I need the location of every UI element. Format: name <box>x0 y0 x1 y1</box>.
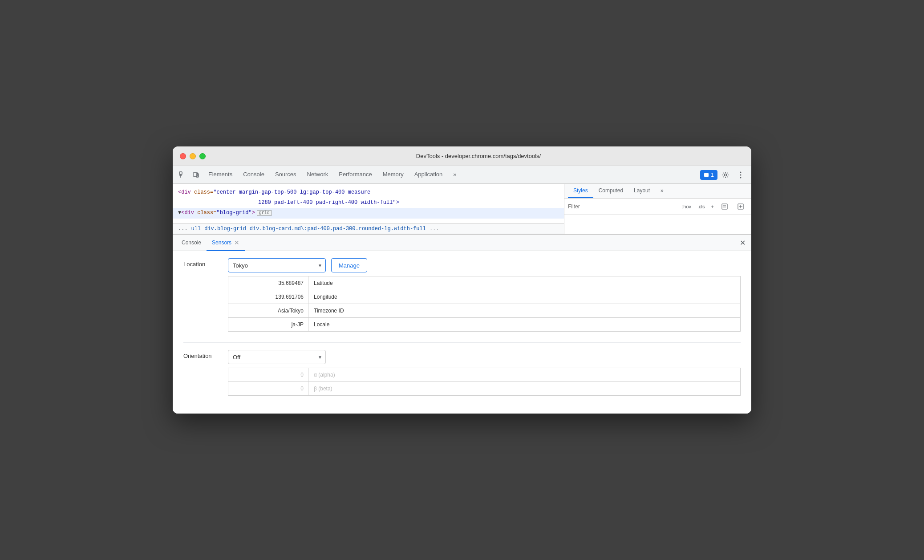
html-line: 1280 pad-left-400 pad-right-400 width-fu… <box>173 198 564 208</box>
close-button[interactable] <box>180 153 186 159</box>
tab-styles[interactable]: Styles <box>568 184 593 198</box>
devtools-window: DevTools - developer.chrome.com/tags/dev… <box>173 146 751 414</box>
tab-elements[interactable]: Elements <box>203 166 238 184</box>
tab-application[interactable]: Application <box>409 166 448 184</box>
notification-button[interactable]: 1 <box>700 170 717 180</box>
svg-point-6 <box>725 174 727 176</box>
location-row: Location Tokyo Berlin Custom location... <box>183 258 741 332</box>
orientation-control: Off Portrait Primary Landscape Primary ▼… <box>228 350 741 396</box>
latitude-label: Latitude <box>308 276 740 290</box>
locale-row: Locale <box>228 317 741 332</box>
svg-point-9 <box>740 177 742 178</box>
tab-styles-more[interactable]: » <box>655 184 669 198</box>
latitude-row: Latitude <box>228 276 741 290</box>
tab-performance[interactable]: Performance <box>333 166 377 184</box>
longitude-input[interactable] <box>228 290 308 304</box>
sensors-content: Location Tokyo Berlin Custom location... <box>173 251 751 414</box>
orientation-label: Orientation <box>183 350 228 359</box>
beta-input[interactable] <box>228 382 308 395</box>
orientation-select[interactable]: Off Portrait Primary Landscape Primary <box>228 350 326 364</box>
longitude-label: Longitude <box>308 290 740 304</box>
drawer-tab-sensors[interactable]: Sensors ✕ <box>207 235 245 251</box>
beta-row: β (beta) <box>228 381 741 396</box>
inspect-element-icon[interactable] <box>176 169 189 181</box>
section-divider <box>183 342 741 343</box>
svg-point-8 <box>740 174 742 175</box>
svg-rect-3 <box>193 173 198 176</box>
elements-panel: <div class="center margin-gap-top-500 lg… <box>173 184 564 234</box>
beta-label: β (beta) <box>308 382 740 395</box>
hov-filter-btn[interactable]: :hov <box>680 203 693 210</box>
devtools-tab-bar: Elements Console Sources Network Perform… <box>173 166 751 184</box>
html-line: <div class="center margin-gap-top-500 lg… <box>173 187 564 198</box>
window-title: DevTools - developer.chrome.com/tags/dev… <box>213 153 744 159</box>
settings-icon[interactable] <box>719 169 732 181</box>
breadcrumb-link[interactable]: div.blog-grid <box>204 226 246 232</box>
orientation-section: Orientation Off Portrait Primary Landsca… <box>183 350 741 396</box>
minimize-button[interactable] <box>190 153 196 159</box>
close-sensors-tab-icon[interactable]: ✕ <box>234 239 239 246</box>
alpha-label: α (alpha) <box>308 368 740 381</box>
cls-filter-btn[interactable]: .cls <box>696 203 707 210</box>
tab-memory[interactable]: Memory <box>377 166 409 184</box>
locale-input[interactable] <box>228 318 308 331</box>
devtools-right-icons: 1 <box>700 169 748 181</box>
orientation-select-wrapper: Off Portrait Primary Landscape Primary ▼ <box>228 350 326 364</box>
new-style-rule-icon[interactable] <box>718 200 731 213</box>
breadcrumb: ... ull div.blog-grid div.blog-card.md\:… <box>173 224 564 234</box>
location-select[interactable]: Tokyo Berlin Custom location... <box>228 258 326 272</box>
traffic-lights <box>180 153 206 159</box>
location-control: Tokyo Berlin Custom location... ▼ Manage <box>228 258 741 332</box>
more-options-icon[interactable] <box>734 169 747 181</box>
svg-rect-10 <box>722 204 727 209</box>
timezone-row: Timezone ID <box>228 304 741 317</box>
locale-label: Locale <box>308 318 740 331</box>
timezone-label: Timezone ID <box>308 304 740 317</box>
location-select-wrapper: Tokyo Berlin Custom location... ▼ <box>228 258 326 272</box>
styles-filter-bar: :hov .cls + <box>564 199 751 215</box>
add-style-btn[interactable]: + <box>709 203 716 210</box>
drawer-tab-bar: Console Sensors ✕ ✕ <box>173 235 751 251</box>
close-drawer-button[interactable]: ✕ <box>737 238 748 248</box>
bottom-panel: Console Sensors ✕ ✕ Location <box>173 235 751 414</box>
tab-console[interactable]: Console <box>238 166 270 184</box>
svg-point-7 <box>740 171 742 173</box>
alpha-row: α (alpha) <box>228 368 741 381</box>
manage-button[interactable]: Manage <box>331 258 367 272</box>
latitude-input[interactable] <box>228 276 308 290</box>
location-fields: Latitude Longitude Timezone ID <box>228 276 741 332</box>
breadcrumb-link[interactable]: div.blog-card.md\:pad-400.pad-300.rounde… <box>250 226 426 232</box>
tab-network[interactable]: Network <box>302 166 334 184</box>
toggle-element-state-icon[interactable] <box>734 200 747 213</box>
orientation-fields: α (alpha) β (beta) <box>228 368 741 396</box>
tab-more[interactable]: » <box>448 166 462 184</box>
tab-layout[interactable]: Layout <box>628 184 655 198</box>
styles-panel: Styles Computed Layout » :hov .cls <box>564 184 751 234</box>
orientation-row: Orientation Off Portrait Primary Landsca… <box>183 350 741 396</box>
filter-input[interactable] <box>568 203 677 210</box>
alpha-input[interactable] <box>228 368 308 381</box>
location-label: Location <box>183 258 228 268</box>
svg-rect-5 <box>704 173 709 177</box>
drawer-tab-console[interactable]: Console <box>176 235 207 251</box>
html-line-selected[interactable]: ▼<div class="blog-grid">grid <box>173 208 564 218</box>
location-section: Location Tokyo Berlin Custom location... <box>183 258 741 332</box>
timezone-input[interactable] <box>228 304 308 317</box>
longitude-row: Longitude <box>228 290 741 304</box>
styles-tab-bar: Styles Computed Layout » <box>564 184 751 199</box>
tab-sources[interactable]: Sources <box>270 166 302 184</box>
html-tree: <div class="center margin-gap-top-500 lg… <box>173 184 564 224</box>
device-toolbar-icon[interactable] <box>190 169 202 181</box>
tab-computed[interactable]: Computed <box>593 184 628 198</box>
breadcrumb-link[interactable]: ull <box>191 226 201 232</box>
titlebar: DevTools - developer.chrome.com/tags/dev… <box>173 146 751 166</box>
maximize-button[interactable] <box>199 153 206 159</box>
svg-rect-0 <box>179 172 182 174</box>
